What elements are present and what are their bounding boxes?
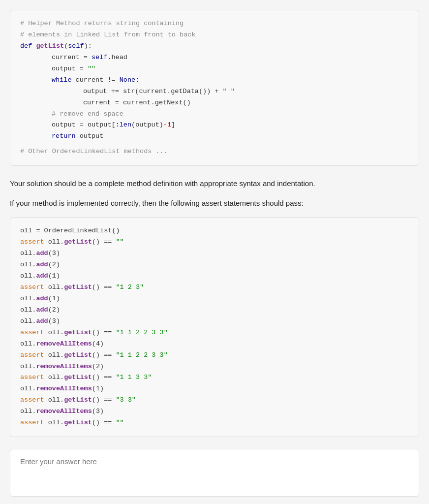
code-line-while: while current != None: bbox=[20, 75, 409, 86]
code-assert-line-16: assert oll.getList() == "3 3" bbox=[20, 395, 409, 406]
code-line-current: current = self.head bbox=[20, 52, 409, 63]
code-assert-line-10: assert oll.getList() == "1 1 2 2 3 3" bbox=[20, 327, 409, 339]
code-block-helper: # Helper Method returns string containin… bbox=[10, 10, 419, 166]
code-assert-line-17: oll.removeAllItems(3) bbox=[20, 406, 409, 417]
code-block-assert: oll = OrderedLinkedList() assert oll.get… bbox=[10, 217, 419, 437]
code-line-output-slice: output = output[:len(output)-1] bbox=[20, 120, 409, 131]
code-assert-line-1: oll = OrderedLinkedList() bbox=[20, 225, 409, 237]
prose-assert-description: If your method is implemented correctly,… bbox=[10, 197, 419, 209]
code-assert-line-15: oll.removeAllItems(1) bbox=[20, 383, 409, 395]
code-assert-line-11: oll.removeAllItems(4) bbox=[20, 339, 409, 350]
answer-textarea[interactable] bbox=[20, 457, 409, 487]
code-line-comment3: # remove end space bbox=[20, 109, 409, 120]
code-assert-line-4: oll.add(2) bbox=[20, 259, 409, 271]
answer-box[interactable] bbox=[10, 449, 419, 497]
code-line-comment1: # Helper Method returns string containin… bbox=[20, 18, 409, 30]
code-line-return: return output bbox=[20, 131, 409, 142]
code-assert-line-18: assert oll.getList() == "" bbox=[20, 417, 409, 429]
code-assert-line-14: assert oll.getList() == "1 1 3 3" bbox=[20, 372, 409, 383]
code-assert-line-3: oll.add(3) bbox=[20, 248, 409, 259]
code-assert-line-2: assert oll.getList() == "" bbox=[20, 237, 409, 248]
code-line-current-next: current = current.getNext() bbox=[20, 97, 409, 109]
prose-solution-description: Your solution should be a complete metho… bbox=[10, 178, 419, 189]
code-assert-line-9: oll.add(3) bbox=[20, 316, 409, 327]
code-assert-line-7: oll.add(1) bbox=[20, 293, 409, 305]
code-assert-line-13: oll.removeAllItems(2) bbox=[20, 361, 409, 373]
code-assert-line-8: oll.add(2) bbox=[20, 305, 409, 316]
code-line-def: def getList(self): bbox=[20, 41, 409, 52]
code-line-other-methods: # Other OrderedLinkedList methods ... bbox=[20, 146, 409, 158]
code-line-output-init: output = "" bbox=[20, 63, 409, 75]
code-assert-line-12: assert oll.getList() == "1 1 2 2 3 3" bbox=[20, 350, 409, 361]
code-assert-line-5: oll.add(1) bbox=[20, 271, 409, 282]
code-line-comment2: # elements in Linked List from front to … bbox=[20, 30, 409, 41]
code-line-output-add: output += str(current.getData()) + " " bbox=[20, 86, 409, 97]
code-assert-line-6: assert oll.getList() == "1 2 3" bbox=[20, 282, 409, 293]
